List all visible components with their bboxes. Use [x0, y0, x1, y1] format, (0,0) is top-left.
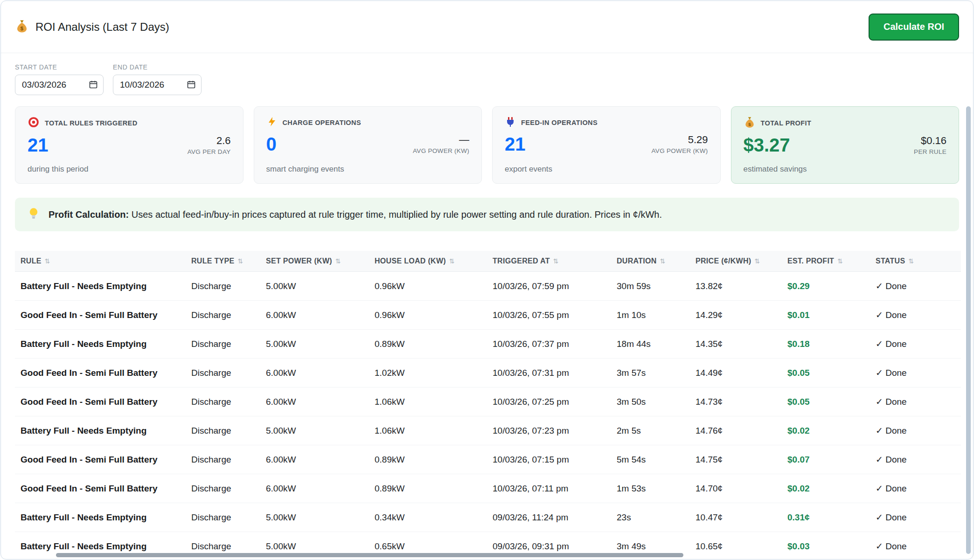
calendar-icon[interactable]	[89, 80, 98, 91]
column-label: TRIGGERED AT	[493, 257, 550, 265]
cell-price: 14.29¢	[690, 301, 782, 330]
cell-est_profit: $0.02	[782, 474, 870, 503]
table-header-row: RULE⇅RULE TYPE⇅SET POWER (KW)⇅HOUSE LOAD…	[15, 251, 961, 272]
calendar-icon[interactable]	[187, 80, 196, 91]
cell-duration: 2m 5s	[611, 416, 690, 445]
banner-text: Uses actual feed-in/buy-in prices captur…	[132, 209, 662, 220]
column-header-set_power[interactable]: SET POWER (KW)⇅	[260, 251, 369, 272]
roi-analysis-panel: $ ROI Analysis (Last 7 Days) Calculate R…	[0, 0, 974, 560]
svg-text:$: $	[21, 25, 24, 31]
cell-set_power: 5.00kW	[260, 272, 369, 301]
stat-card-side-value: $0.16	[914, 135, 946, 147]
cell-house_load: 0.96kW	[369, 272, 487, 301]
cell-status: ✓ Done	[870, 532, 961, 560]
cell-rule_type: Discharge	[186, 301, 260, 330]
page-title: ROI Analysis (Last 7 Days)	[35, 21, 169, 34]
horizontal-scrollbar[interactable]	[56, 553, 683, 557]
stat-card-value: 0	[266, 134, 277, 154]
cell-house_load: 1.06kW	[369, 387, 487, 416]
cell-price: 13.82¢	[690, 272, 782, 301]
stat-card-title: TOTAL RULES TRIGGERED	[45, 119, 138, 127]
cell-set_power: 5.00kW	[260, 416, 369, 445]
cell-est_profit: $0.03	[782, 532, 870, 560]
cell-set_power: 6.00kW	[260, 445, 369, 474]
cell-rule: Good Feed In - Semi Full Battery	[15, 359, 186, 387]
sort-icon: ⇅	[908, 257, 914, 265]
cell-triggered_at: 10/03/26, 07:11 pm	[487, 474, 611, 503]
target-icon	[28, 116, 40, 130]
column-label: STATUS	[876, 257, 905, 265]
cell-price: 10.47¢	[690, 503, 782, 532]
cell-rule_type: Discharge	[186, 474, 260, 503]
title-group: $ ROI Analysis (Last 7 Days)	[15, 19, 169, 35]
stat-card-footer: during this period	[28, 165, 231, 174]
cell-set_power: 6.00kW	[260, 387, 369, 416]
table-row: Good Feed In - Semi Full BatteryDischarg…	[15, 301, 961, 330]
cell-rule_type: Discharge	[186, 503, 260, 532]
end-date-input-wrap	[113, 75, 202, 95]
cell-status: ✓ Done	[870, 387, 961, 416]
table-row: Battery Full - Needs EmptyingDischarge5.…	[15, 330, 961, 359]
column-header-est_profit[interactable]: EST. PROFIT⇅	[782, 251, 870, 272]
cell-status: ✓ Done	[870, 330, 961, 359]
cell-est_profit: $0.07	[782, 445, 870, 474]
cell-duration: 30m 59s	[611, 272, 690, 301]
cell-triggered_at: 10/03/26, 07:31 pm	[487, 359, 611, 387]
cell-est_profit: 0.31¢	[782, 503, 870, 532]
column-header-price[interactable]: PRICE (¢/KWH)⇅	[690, 251, 782, 272]
cell-status: ✓ Done	[870, 301, 961, 330]
column-header-house_load[interactable]: HOUSE LOAD (KW)⇅	[369, 251, 487, 272]
cell-duration: 18m 44s	[611, 330, 690, 359]
cell-house_load: 1.02kW	[369, 359, 487, 387]
column-header-duration[interactable]: DURATION⇅	[611, 251, 690, 272]
cell-triggered_at: 10/03/26, 07:23 pm	[487, 416, 611, 445]
sort-icon: ⇅	[553, 257, 559, 265]
moneybag-icon: $	[15, 19, 29, 35]
cell-triggered_at: 10/03/26, 07:15 pm	[487, 445, 611, 474]
cell-price: 14.49¢	[690, 359, 782, 387]
cell-duration: 3m 57s	[611, 359, 690, 387]
cell-duration: 3m 50s	[611, 387, 690, 416]
cell-rule_type: Discharge	[186, 416, 260, 445]
calculate-roi-button[interactable]: Calculate ROI	[869, 14, 959, 41]
cell-duration: 1m 53s	[611, 474, 690, 503]
cell-price: 14.35¢	[690, 330, 782, 359]
column-header-triggered_at[interactable]: TRIGGERED AT⇅	[487, 251, 611, 272]
cell-rule_type: Discharge	[186, 272, 260, 301]
cell-rule: Battery Full - Needs Emptying	[15, 503, 186, 532]
cell-house_load: 0.89kW	[369, 445, 487, 474]
cell-price: 14.76¢	[690, 416, 782, 445]
table-row: Good Feed In - Semi Full BatteryDischarg…	[15, 359, 961, 387]
cell-est_profit: $0.01	[782, 301, 870, 330]
cell-status: ✓ Done	[870, 474, 961, 503]
cell-price: 14.75¢	[690, 445, 782, 474]
column-header-rule_type[interactable]: RULE TYPE⇅	[186, 251, 260, 272]
stat-card-value: 21	[505, 134, 526, 154]
sort-icon: ⇅	[449, 257, 455, 265]
stat-card-feed-in-operations: FEED-IN OPERATIONS 21 5.29 AVG POWER (KW…	[492, 106, 721, 184]
column-header-rule[interactable]: RULE⇅	[15, 251, 186, 272]
stat-card-side-label: AVG POWER (KW)	[652, 147, 708, 154]
column-header-status[interactable]: STATUS⇅	[870, 251, 961, 272]
stat-cards: TOTAL RULES TRIGGERED 21 2.6 AVG PER DAY…	[15, 106, 959, 184]
column-label: HOUSE LOAD (KW)	[375, 257, 446, 265]
vertical-scrollbar[interactable]	[966, 106, 971, 554]
cell-set_power: 6.00kW	[260, 474, 369, 503]
stat-card-side-value: 5.29	[652, 134, 708, 146]
cell-est_profit: $0.18	[782, 330, 870, 359]
cell-set_power: 5.00kW	[260, 503, 369, 532]
stat-card-total-rules: TOTAL RULES TRIGGERED 21 2.6 AVG PER DAY…	[15, 106, 244, 184]
end-date-label: END DATE	[113, 63, 202, 71]
sort-icon: ⇅	[660, 257, 666, 265]
date-filters: START DATE END DATE	[1, 53, 973, 95]
stat-card-footer: export events	[505, 165, 708, 174]
stat-card-side-label: AVG PER DAY	[188, 148, 231, 155]
rules-table: RULE⇅RULE TYPE⇅SET POWER (KW)⇅HOUSE LOAD…	[15, 251, 961, 560]
cell-rule: Battery Full - Needs Emptying	[15, 272, 186, 301]
cell-est_profit: $0.05	[782, 387, 870, 416]
stat-card-title: TOTAL PROFIT	[761, 119, 812, 127]
cell-rule: Good Feed In - Semi Full Battery	[15, 474, 186, 503]
cell-duration: 1m 10s	[611, 301, 690, 330]
table-row: Battery Full - Needs EmptyingDischarge5.…	[15, 503, 961, 532]
stat-card-value: 21	[28, 135, 49, 155]
